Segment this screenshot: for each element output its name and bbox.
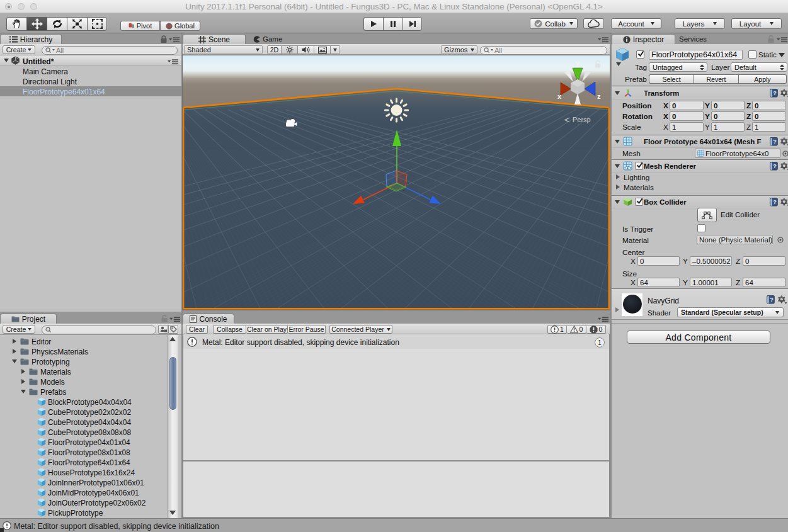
svg-text:Persp: Persp bbox=[573, 116, 591, 123]
svg-text:x: x bbox=[557, 93, 562, 100]
svg-text:y: y bbox=[576, 59, 580, 67]
svg-text:z: z bbox=[597, 93, 601, 100]
